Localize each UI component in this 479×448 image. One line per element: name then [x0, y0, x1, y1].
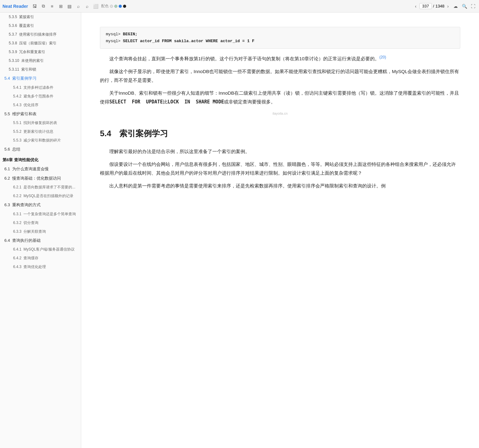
sidebar-label: 5.5 维护索引和表 [4, 111, 37, 117]
sidebar-item-6.4[interactable]: 6.4 查询执行的基础 [0, 236, 81, 245]
sidebar-item-5.3.8[interactable]: 5.3.8 压缩（前缀压缩）索引 [0, 39, 81, 47]
sidebar-label: 5.4.1 支持多种过滤条件 [13, 85, 53, 90]
save-icon[interactable]: 🖫 [31, 3, 38, 10]
sidebar-label: 第6章 查询性能优化 [2, 157, 38, 163]
code-line-2: mysql> SELECT actor_id FROM sakila.actor… [106, 38, 454, 45]
sidebar-label: 6.4.2 查询缓存 [13, 255, 38, 261]
sidebar-label: 6.1 为什么查询速度会慢 [4, 166, 49, 172]
sidebar-item-6.2[interactable]: 6.2 慢查询基础：优化数据访问 [0, 174, 81, 183]
sidebar-label: 5.5.1 找到并修复损坏的表 [13, 120, 57, 126]
sidebar-label: 5.3.7 使用索引扫描来做排序 [9, 32, 57, 37]
sidebar-label: 5.4.2 避免多个范围条件 [13, 93, 53, 99]
sidebar-item-6.4.1[interactable]: 6.4.1 MySQL客户端/服务器通信协议 [0, 245, 81, 254]
sidebar-label: 6.3 重构查询的方式 [4, 202, 41, 208]
sidebar-label: 6.2.1 是否向数据库请求了不需要的... [13, 184, 75, 190]
menu-icon[interactable]: ≡ [49, 3, 56, 10]
color-label: 配色 [101, 3, 109, 9]
sidebar-label: 5.4.3 优化排序 [13, 102, 38, 108]
toolbar: Neat Reader 🖫 ⧉ ≡ ⊞ ▤ ⌕ ⌕ ⬜ 配色 ‹ 337 / 1… [0, 0, 479, 12]
section-heading-5.4: 5.4 索引案例学习 [100, 126, 460, 141]
sidebar-item-5.3.6[interactable]: 5.3.6 覆盖索引 [0, 21, 81, 30]
sidebar-label: 6.2 慢查询基础：优化数据访问 [4, 175, 61, 182]
para-3: 关于InnoDB、索引和锁有一些很少有人知道的细节：InnoDB在二级索引上使用… [100, 89, 460, 107]
sidebar-label: 5.4 索引案例学习 [4, 75, 37, 82]
page-sep: / [433, 4, 434, 8]
search3-icon[interactable]: 🔍 [461, 3, 468, 10]
color-dot-3[interactable] [119, 5, 122, 8]
sidebar-item-5.4.3[interactable]: 5.4.3 优化排序 [0, 101, 81, 109]
app-title: Neat Reader [2, 4, 28, 9]
sidebar-label: 5.3.8 压缩（前缀压缩）索引 [9, 40, 57, 46]
color-dot-1[interactable] [110, 5, 113, 8]
sidebar-label: 6.2.2 MySQL是否在扫描额外的记录 [13, 193, 73, 199]
section-para-2: 假设要设计一个在线约会网站，用户信息表有很多列，包括国家、地区、城市、性别、眼睛… [100, 160, 460, 178]
sidebar-label: 5.6 总结 [4, 146, 20, 152]
section-title: 索引案例学习 [119, 129, 168, 138]
fullscreen-icon[interactable]: ⛶ [470, 3, 477, 10]
code-block: mysql> BEGIN; mysql> SELECT actor_id FRO… [100, 27, 460, 49]
sidebar-item-5.5[interactable]: 5.5 维护索引和表 [0, 109, 81, 119]
sidebar-label: 6.4 查询执行的基础 [4, 237, 41, 244]
copy-icon[interactable]: ⧉ [40, 3, 47, 10]
code-line-1: mysql> BEGIN; [106, 31, 454, 38]
footnote-link-20[interactable]: (20) [379, 55, 386, 59]
sidebar-item-5.5.1[interactable]: 5.5.1 找到并修复损坏的表 [0, 118, 81, 127]
sidebar-label: 6.3.3 分解关联查询 [13, 229, 46, 234]
page-total: 1348 [435, 4, 444, 8]
sidebar-item-5.3.9[interactable]: 5.3.9 冗余和重复索引 [0, 47, 81, 56]
bookmark-icon[interactable]: ⬜ [92, 3, 99, 10]
page-view-icon[interactable]: ▤ [66, 3, 73, 10]
cloud-icon[interactable]: ☁ [452, 3, 459, 10]
sidebar-item-5.5.3[interactable]: 5.5.3 减少索引和数据的碎片 [0, 136, 81, 145]
main-area: 5.3.5 紧簇索引 5.3.6 覆盖索引 5.3.7 使用索引扫描来做排序 5… [0, 12, 479, 448]
sidebar-item-6.4.2[interactable]: 6.4.2 查询缓存 [0, 254, 81, 262]
sidebar-item-5.3.10[interactable]: 5.3.10 未使用的索引 [0, 56, 81, 65]
sidebar-item-6.3.2[interactable]: 6.3.2 切分查询 [0, 218, 81, 227]
sidebar-label: 5.3.9 冗余和重复索引 [9, 49, 45, 55]
sidebar-item-5.4.2[interactable]: 5.4.2 避免多个范围条件 [0, 92, 81, 101]
sidebar-label: 6.3.2 切分查询 [13, 220, 38, 226]
sidebar-item-6.3.3[interactable]: 6.3.3 分解关联查询 [0, 227, 81, 236]
para-2: 就像这个例子显示的，即使使用了索引，InnoDB也可能锁住一些不需要的数据。如果… [100, 67, 460, 85]
search2-icon[interactable]: ⌕ [84, 3, 91, 10]
search-icon[interactable]: ⌕ [75, 3, 82, 10]
sidebar-item-5.6[interactable]: 5.6 总结 [0, 145, 81, 154]
color-picker: 配色 [101, 3, 126, 9]
section-para-1: 理解索引最好的办法是结合示例，所以这里准备了一个索引的案例。 [100, 147, 460, 156]
sidebar-label: 5.5.2 更新索引统计信息 [13, 129, 53, 134]
sidebar-label: 5.3.10 未使用的索引 [9, 58, 44, 63]
page-next-button[interactable]: › [446, 3, 450, 9]
sidebar-label: 5.3.11 索引和锁 [9, 67, 36, 72]
color-dot-2[interactable] [114, 5, 117, 8]
sidebar-item-6.1[interactable]: 6.1 为什么查询速度会慢 [0, 164, 81, 174]
sidebar-item-5.3.11[interactable]: 5.3.11 索引和锁 [0, 65, 81, 74]
para-1: 这个查询将会挂起，直到第一个事务释放第1行的锁。这个行为对于基于语句的复制（将在… [100, 54, 460, 63]
sidebar-item-5.4.1[interactable]: 5.4.1 支持多种过滤条件 [0, 83, 81, 92]
sidebar-item-5.3.7[interactable]: 5.3.7 使用索引扫描来做排序 [0, 30, 81, 39]
sidebar-item-5.5.2[interactable]: 5.5.2 更新索引统计信息 [0, 127, 81, 136]
color-dot-4[interactable] [123, 5, 126, 8]
sidebar-item-6.3[interactable]: 6.3 重构查询的方式 [0, 200, 81, 210]
section-para-3: 出人意料的是第一件需要考虑的事情是需要使用索引来排序，还是先检索数据再排序。使用… [100, 182, 460, 191]
sidebar-item-6.2.1[interactable]: 6.2.1 是否向数据库请求了不需要的... [0, 183, 81, 192]
sidebar-item-6.3.1[interactable]: 6.3.1 一个复杂查询还是多个简单查询 [0, 210, 81, 218]
sidebar-label: 6.4.1 MySQL客户端/服务器通信协议 [13, 246, 75, 252]
sidebar-label: 5.3.6 覆盖索引 [9, 23, 34, 28]
sidebar-label: 5.3.5 紧簇索引 [9, 14, 34, 20]
sidebar-item-6.2.2[interactable]: 6.2.2 MySQL是否在扫描额外的记录 [0, 192, 81, 200]
page-prev-button[interactable]: ‹ [413, 3, 418, 9]
watermark: ilayoila.cn [100, 110, 460, 117]
sidebar-label: 6.4.3 查询优化处理 [13, 264, 46, 270]
sidebar-label: 6.3.1 一个复杂查询还是多个简单查询 [13, 211, 76, 217]
sidebar-item-ch6[interactable]: 第6章 查询性能优化 [0, 155, 81, 165]
content-area: mysql> BEGIN; mysql> SELECT actor_id FRO… [81, 12, 479, 448]
page-input[interactable]: 337 [419, 3, 432, 9]
sidebar-item-5.3.5[interactable]: 5.3.5 紧簇索引 [0, 12, 81, 21]
grid-view-icon[interactable]: ⊞ [57, 3, 64, 10]
page-navigation: ‹ 337 / 1348 › [413, 3, 450, 9]
sidebar-item-6.4.3[interactable]: 6.4.3 查询优化处理 [0, 262, 81, 271]
section-num: 5.4 [100, 129, 111, 138]
sidebar-item-5.4[interactable]: 5.4 索引案例学习 [0, 74, 81, 83]
sidebar: 5.3.5 紧簇索引 5.3.6 覆盖索引 5.3.7 使用索引扫描来做排序 5… [0, 12, 81, 448]
sidebar-label: 5.5.3 减少索引和数据的碎片 [13, 137, 61, 143]
